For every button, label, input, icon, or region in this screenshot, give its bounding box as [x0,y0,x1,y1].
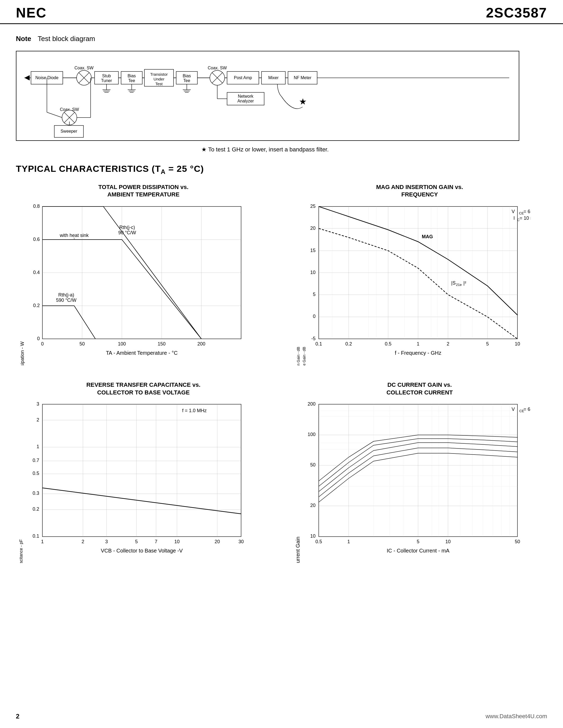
svg-text:10: 10 [445,539,450,544]
svg-text:= 6 V: = 6 V [524,209,531,214]
note-section: Note Test block diagram [16,35,547,43]
svg-text:590 °C/W: 590 °C/W [56,298,76,303]
svg-rect-145 [42,404,241,537]
page-number: 2 [16,713,19,720]
svg-text:3: 3 [37,401,39,407]
svg-text:50: 50 [310,462,315,468]
svg-text:0.1: 0.1 [315,341,322,347]
svg-text:|²: |² [463,280,466,286]
svg-text:200: 200 [307,401,315,407]
charts-grid: TOTAL POWER DISSIPATION vs.AMBIENT TEMPE… [16,183,547,563]
svg-text:C: C [517,218,520,222]
svg-text:0.4: 0.4 [33,270,40,275]
note-label: Note [16,35,31,43]
svg-text:CE: CE [519,211,524,215]
header: NEC 2SC3587 [0,0,563,24]
chart4-svg: hFE - DC Current Gain [292,399,531,563]
chart1-title: TOTAL POWER DISSIPATION vs.AMBIENT TEMPE… [16,183,271,199]
svg-text:Coax. SW: Coax. SW [74,66,94,70]
website: www.DataSheet4U.com [486,713,547,720]
svg-text:0.5: 0.5 [315,539,322,544]
svg-text:★: ★ [300,98,306,106]
svg-text:Analyzer: Analyzer [237,99,254,103]
svg-text:Transistor: Transistor [150,72,168,77]
block-diagram: Noise Diode Coax. SW Stub Tuner [16,51,519,141]
svg-text:0.5: 0.5 [385,341,391,347]
svg-text:0.7: 0.7 [33,458,39,463]
svg-text:= 10 mA: = 10 mA [520,215,531,221]
svg-text:Bias: Bias [182,74,191,78]
svg-text:Bias: Bias [127,74,136,78]
svg-text:5: 5 [417,539,419,544]
svg-text:Rth(j-a): Rth(j-a) [58,292,74,298]
svg-text:IC - Collector Current - mA: IC - Collector Current - mA [387,548,449,554]
svg-text:200: 200 [197,341,205,347]
svg-text:25: 25 [310,204,315,209]
svg-text:Coax. SW: Coax. SW [208,66,227,70]
svg-line-63 [47,112,62,118]
svg-text:10: 10 [310,533,315,539]
svg-text:Post Amp: Post Amp [234,75,252,80]
svg-text:0: 0 [37,336,40,341]
svg-text:5: 5 [486,341,489,347]
svg-text:Test: Test [155,82,163,86]
svg-text:Tee: Tee [183,78,190,83]
svg-text:1: 1 [37,444,39,449]
part-number: 2SC3587 [486,5,547,21]
svg-text:|S: |S [451,280,456,286]
chart3-title: REVERSE TRANSFER CAPACITANCE vs.COLLECTO… [16,381,271,396]
svg-text:1: 1 [41,539,44,544]
svg-text:Under: Under [154,77,164,81]
svg-text:0.8: 0.8 [33,204,40,209]
svg-text:MAG - Maximum Available Gain -: MAG - Maximum Available Gain - dB [302,347,306,365]
svg-text:150: 150 [158,341,165,347]
svg-text:0.5: 0.5 [33,471,39,476]
svg-text:5: 5 [135,539,138,544]
svg-text:Rth(j-c): Rth(j-c) [119,225,135,230]
svg-text:50: 50 [515,539,520,544]
typical-characteristics-title: TYPICAL CHARACTERISTICS (TA = 25 °C) [16,164,547,176]
svg-text:V: V [511,209,515,214]
asterisk-note: ★ To test 1 GHz or lower, insert a bandp… [201,146,547,153]
svg-text:0.3: 0.3 [33,491,39,496]
svg-text:Cre - Reverse Transfer Capacit: Cre - Reverse Transfer Capacitance - pF [19,539,23,563]
svg-text:0.2: 0.2 [33,506,39,512]
svg-text:7: 7 [155,539,157,544]
svg-text:= 6 V: = 6 V [524,407,531,412]
svg-text:1: 1 [417,341,419,347]
svg-text:90 °C/W: 90 °C/W [118,230,136,235]
svg-text:2: 2 [37,417,39,423]
chart2-svg: |S₂₁e|² - Insertion Gain - dB MAG - Maxi… [292,201,531,365]
chart1-svg: PT - Total Power Dissipation - W 0.8 0.6 [16,201,254,365]
svg-text:50: 50 [79,341,85,347]
svg-text:0.6: 0.6 [33,237,40,242]
svg-text:Mixer: Mixer [268,75,279,80]
svg-text:21e: 21e [456,283,462,287]
svg-text:10: 10 [515,341,520,347]
svg-text:0.1: 0.1 [33,533,39,539]
svg-text:10: 10 [310,270,315,275]
svg-text:2: 2 [82,539,84,544]
svg-text:3: 3 [105,539,108,544]
footer: 2 www.DataSheet4U.com [16,713,547,720]
chart2-container: MAG AND INSERTION GAIN vs.FREQUENCY |S₂₁… [292,183,547,365]
chart4-title: DC CURRENT GAIN vs.COLLECTOR CURRENT [292,381,547,396]
svg-text:30: 30 [238,539,244,544]
svg-text:100: 100 [118,341,126,347]
svg-text:Sweeper: Sweeper [60,129,77,133]
svg-text:Tuner: Tuner [101,78,112,83]
svg-text:0: 0 [313,314,315,319]
chart3-svg: Cre - Reverse Transfer Capacitance - pF [16,399,254,563]
chart1-container: TOTAL POWER DISSIPATION vs.AMBIENT TEMPE… [16,183,271,365]
svg-text:I: I [513,215,515,221]
svg-text:-5: -5 [311,336,315,341]
svg-text:PT - Total Power Dissipation -: PT - Total Power Dissipation - W [20,341,25,365]
svg-text:20: 20 [310,503,315,508]
svg-text:10: 10 [174,539,180,544]
svg-text:20: 20 [214,539,220,544]
svg-text:Stub: Stub [102,74,111,78]
svg-text:|S₂₁e|² - Insertion Gain - dB: |S₂₁e|² - Insertion Gain - dB [296,347,301,365]
svg-text:100: 100 [307,432,315,437]
svg-marker-1 [24,75,30,80]
svg-text:TA - Ambient Temperature - °C: TA - Ambient Temperature - °C [106,350,178,356]
